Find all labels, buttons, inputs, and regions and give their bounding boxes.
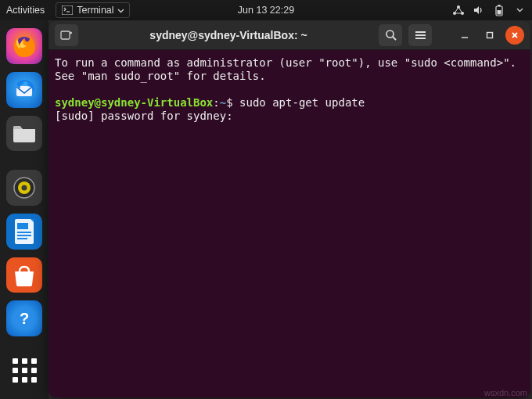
dock: ?	[0, 20, 49, 399]
output-line-1: [sudo] password for sydney:	[55, 110, 233, 122]
maximize-icon	[486, 31, 494, 39]
close-button[interactable]	[505, 26, 524, 45]
dock-thunderbird[interactable]	[6, 72, 42, 108]
new-tab-icon	[60, 30, 73, 41]
app-menu-label: Terminal	[77, 5, 113, 16]
prompt-path: ~	[220, 96, 226, 109]
titlebar: sydney@sydney-VirtualBox: ~	[49, 20, 530, 50]
window-title: sydney@sydney-VirtualBox: ~	[84, 29, 372, 41]
svg-point-13	[22, 185, 27, 191]
hamburger-menu-button[interactable]	[408, 24, 432, 46]
dock-libreoffice-writer[interactable]	[6, 214, 42, 250]
prompt-userhost: sydney@sydney-VirtualBox	[55, 96, 213, 109]
battery-icon[interactable]	[493, 4, 505, 16]
speaker-icon	[11, 174, 38, 201]
chevron-down-icon	[117, 5, 124, 16]
search-button[interactable]	[379, 24, 402, 46]
thunderbird-icon	[10, 76, 38, 104]
terminal-window: sydney@sydney-VirtualBox: ~ To run a com…	[49, 20, 530, 397]
svg-rect-7	[498, 10, 501, 15]
motd-line-1: To run a command as administrator (user …	[55, 56, 516, 69]
dock-ubuntu-software[interactable]	[6, 257, 42, 293]
prompt-symbol: $	[226, 96, 232, 109]
document-icon	[12, 217, 37, 246]
prompt-sep: :	[213, 96, 219, 109]
folder-icon	[11, 121, 38, 145]
hamburger-icon	[415, 31, 426, 40]
minimize-icon	[461, 31, 469, 39]
firefox-icon	[9, 31, 39, 61]
minimize-button[interactable]	[455, 26, 474, 45]
dock-separator	[6, 159, 42, 162]
svg-rect-6	[498, 5, 501, 6]
svg-rect-30	[487, 32, 493, 38]
watermark: wsxdn.com	[484, 388, 527, 397]
dock-files[interactable]	[6, 116, 42, 152]
close-icon	[511, 31, 519, 39]
svg-point-24	[386, 31, 394, 38]
gnome-topbar: Activities Terminal Jun 13 22:29	[0, 0, 532, 20]
app-menu-terminal[interactable]: Terminal	[56, 2, 129, 18]
dock-rhythmbox[interactable]	[6, 170, 42, 206]
activities-button[interactable]: Activities	[6, 5, 45, 16]
network-icon[interactable]	[452, 4, 465, 16]
help-icon: ?	[11, 305, 38, 332]
search-icon	[385, 29, 397, 41]
dock-firefox[interactable]	[6, 28, 42, 64]
svg-rect-15	[17, 223, 28, 229]
svg-line-25	[393, 37, 396, 40]
svg-rect-0	[62, 5, 73, 15]
volume-icon[interactable]	[473, 4, 485, 16]
svg-rect-21	[61, 31, 70, 39]
shopping-bag-icon	[10, 263, 38, 288]
dock-help[interactable]: ?	[6, 300, 42, 336]
motd-line-2: See "man sudo_root" for details.	[55, 70, 266, 82]
clock[interactable]: Jun 13 22:29	[238, 5, 294, 16]
svg-rect-10	[13, 126, 21, 129]
terminal-body[interactable]: To run a command as administrator (user …	[49, 50, 530, 397]
show-applications-button[interactable]	[6, 352, 42, 388]
maximize-button[interactable]	[480, 26, 499, 45]
new-tab-button[interactable]	[55, 24, 78, 46]
svg-text:?: ?	[20, 310, 29, 327]
command-text: sudo apt-get update	[239, 96, 365, 109]
system-menu-chevron-icon[interactable]	[513, 4, 526, 16]
terminal-icon	[61, 4, 74, 16]
